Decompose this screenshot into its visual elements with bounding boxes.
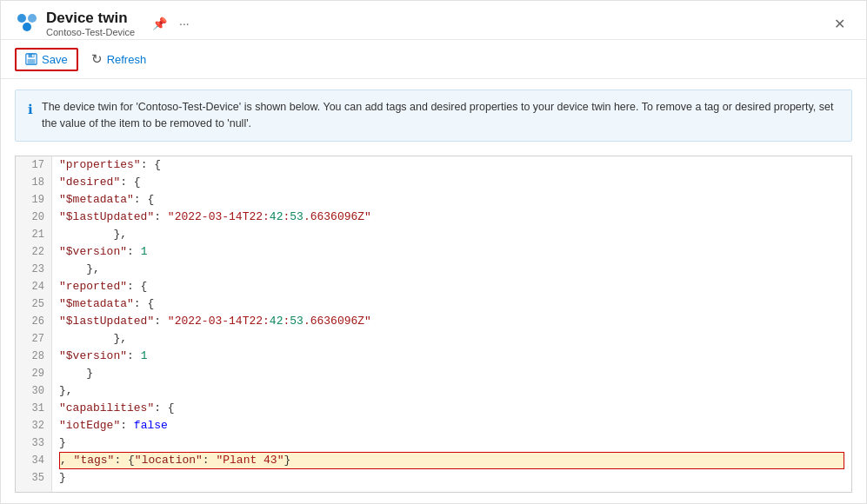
info-text: The device twin for 'Contoso-Test-Device…: [42, 99, 839, 132]
code-line[interactable]: },: [59, 261, 844, 278]
panel-title: Device twin: [46, 10, 135, 27]
line-number: 21: [16, 226, 51, 243]
device-twin-panel: Device twin Contoso-Test-Device 📌 ··· ✕: [0, 0, 867, 504]
line-number: 33: [16, 434, 51, 452]
close-icon: ✕: [834, 17, 845, 31]
code-line[interactable]: },: [59, 330, 844, 348]
line-number: 34: [16, 452, 51, 469]
pin-icon: 📌: [152, 17, 167, 30]
title-group: Device twin Contoso-Test-Device: [46, 10, 135, 37]
code-line[interactable]: "reported": {: [59, 278, 844, 295]
editor-area[interactable]: 17181920212223242526272829303132333435 "…: [15, 156, 852, 493]
code-line[interactable]: "$lastUpdated": "2022-03-14T22:42:53.663…: [59, 209, 844, 226]
code-line[interactable]: "$metadata": {: [59, 191, 844, 209]
svg-point-0: [17, 14, 26, 23]
line-number: 18: [16, 174, 51, 191]
code-line[interactable]: "properties": {: [59, 156, 844, 174]
svg-point-2: [23, 23, 31, 31]
app-icon: [15, 11, 39, 36]
svg-point-1: [28, 14, 37, 23]
refresh-icon: ↻: [91, 51, 103, 67]
header-icons: 📌 ···: [149, 15, 193, 32]
line-number: 30: [16, 382, 51, 400]
line-number: 23: [16, 261, 51, 278]
editor-content: 17181920212223242526272829303132333435 "…: [16, 156, 851, 492]
line-number: 19: [16, 191, 51, 209]
code-line[interactable]: "capabilities": {: [59, 400, 844, 417]
code-line[interactable]: },: [59, 382, 844, 400]
line-number: 29: [16, 365, 51, 382]
code-line[interactable]: "desired": {: [59, 174, 844, 191]
code-line[interactable]: },: [59, 226, 844, 243]
code-line[interactable]: "$metadata": {: [59, 295, 844, 313]
save-label: Save: [42, 53, 68, 66]
info-banner: ℹ The device twin for 'Contoso-Test-Devi…: [15, 90, 852, 142]
line-number: 17: [16, 156, 51, 174]
line-number: 24: [16, 278, 51, 295]
info-icon: ℹ: [28, 100, 33, 120]
refresh-button[interactable]: ↻ Refresh: [82, 47, 157, 71]
header-left: Device twin Contoso-Test-Device 📌 ···: [15, 10, 193, 37]
pin-button[interactable]: 📌: [149, 15, 170, 32]
code-line[interactable]: , "tags": {"location": "Plant 43"}: [59, 452, 844, 469]
line-number: 32: [16, 417, 51, 434]
toolbar: Save ↻ Refresh: [1, 40, 866, 79]
refresh-label: Refresh: [107, 53, 147, 66]
line-number: 25: [16, 295, 51, 313]
close-button[interactable]: ✕: [827, 12, 852, 36]
line-numbers: 17181920212223242526272829303132333435: [16, 156, 52, 492]
code-line[interactable]: }: [59, 365, 844, 382]
save-icon: [25, 53, 37, 65]
more-options-button[interactable]: ···: [176, 15, 193, 32]
more-icon: ···: [179, 17, 190, 30]
panel-subtitle: Contoso-Test-Device: [46, 27, 135, 37]
line-number: 22: [16, 243, 51, 261]
svg-rect-6: [32, 55, 34, 57]
code-line[interactable]: "iotEdge": false: [59, 417, 844, 434]
code-line[interactable]: }: [59, 434, 844, 452]
panel-header: Device twin Contoso-Test-Device 📌 ··· ✕: [1, 1, 866, 40]
svg-rect-5: [28, 59, 36, 63]
code-line[interactable]: "$lastUpdated": "2022-03-14T22:42:53.663…: [59, 313, 844, 330]
line-number: 20: [16, 209, 51, 226]
line-number: 35: [16, 469, 51, 487]
save-button[interactable]: Save: [15, 48, 78, 71]
code-lines[interactable]: "properties": { "desired": { "$metadata"…: [52, 156, 851, 492]
line-number: 26: [16, 313, 51, 330]
code-line[interactable]: "$version": 1: [59, 243, 844, 261]
line-number: 31: [16, 400, 51, 417]
code-line[interactable]: }: [59, 469, 844, 487]
code-line[interactable]: "$version": 1: [59, 348, 844, 365]
line-number: 28: [16, 348, 51, 365]
line-number: 27: [16, 330, 51, 348]
